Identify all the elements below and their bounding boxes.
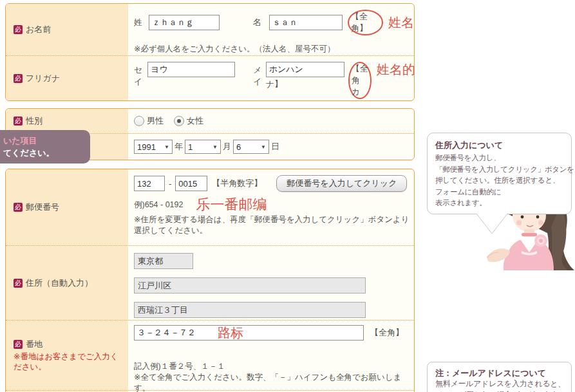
birth-year-value: 1991 (137, 142, 156, 152)
banchi-label-cell: 必 番地 ※番地はお客さまでご入力ください。 (6, 321, 128, 390)
banchi-annotation: 路标 (218, 326, 243, 339)
email-note-box: 注：メールアドレスについて 無料メールアドレスを入力されると、 メールが届かない… (427, 362, 572, 392)
name-label-cell: 必 お名前 (6, 4, 128, 55)
banchi-input[interactable] (134, 325, 364, 341)
help-bubble-line: 郵便番号を入力し、 (435, 153, 563, 164)
kana-mei-input[interactable] (266, 62, 344, 77)
banchi-content-cell: 路标 【全角】 記入例)１番２号、１－１ ※全て全角でご入力ください。数字、「－… (128, 321, 414, 390)
postal-label-cell: 必 郵便番号 (6, 169, 128, 245)
chevron-down-icon: ▼ (212, 144, 218, 150)
year-unit: 年 (174, 141, 183, 153)
month-unit: 月 (223, 141, 231, 153)
emphasis-circle: 【全角カ (348, 62, 372, 99)
birth-day-select[interactable]: 6 ▼ (233, 140, 269, 154)
name-note: ※必ず個人名をご入力ください。（法人名、屋号不可） (134, 44, 414, 55)
help-bubble-line: 「郵便番号を入力してクリック」ボタンを (435, 164, 563, 176)
zip-note: ※住所を変更する場合は、再度「郵便番号を入力してクリック」ボタンより選択してくだ… (134, 214, 415, 236)
email-note-line2: メールが届かない場合がございます。 (435, 389, 563, 392)
mei-input[interactable] (269, 15, 343, 30)
zenkaku-note: 【全角】 (351, 12, 368, 33)
kana-sei-label: セイ (134, 64, 142, 88)
kana-sei-input[interactable] (147, 62, 235, 77)
day-unit: 日 (271, 141, 279, 153)
kana-annotation: 姓名的假名 (377, 63, 415, 76)
help-bubble-line: 表示されます。 (435, 198, 563, 209)
birth-year-select[interactable]: 1991 ▼ (134, 140, 173, 154)
emphasis-circle: 【全角】 (348, 10, 383, 35)
email-note-line1: 無料メールアドレスを入力されると、 (435, 378, 563, 389)
address-row: 必 住所（自動入力） (6, 246, 414, 321)
help-bubble-line: 押してください。住所を選択すると、 (435, 175, 563, 187)
male-label: 男性 (147, 115, 164, 127)
tooltip-line1: いた項目 (3, 135, 84, 147)
zip1-input[interactable] (134, 176, 165, 191)
kana-row: 必 フリガナ セイ メイ ナ】 【全角カ 姓名的假名 (6, 56, 414, 100)
zip-dash: - (169, 179, 171, 189)
kana-content-cell: セイ メイ ナ】 【全角カ 姓名的假名 (128, 56, 415, 100)
town-input[interactable] (134, 302, 366, 318)
banchi-example: 記入例)１番２号、１－１ (134, 361, 414, 372)
required-badge: 必 (14, 203, 23, 212)
radio-female[interactable] (174, 116, 184, 126)
radio-male[interactable] (134, 116, 144, 126)
name-section: 必 お名前 姓 名 【全角】 姓名 ※必ず個人名をご入力ください。（法人名、屋号… (5, 3, 415, 101)
required-badge: 必 (14, 279, 23, 288)
birth-month-value: 1 (188, 142, 193, 152)
banchi-label-note: ※番地はお客さまでご入力ください。 (14, 351, 123, 372)
kana-mei-label: メイ (253, 64, 261, 88)
postal-label: 郵便番号 (26, 201, 59, 213)
zenkaku-kana-note: 【全角カ (352, 64, 368, 97)
name-row: 必 お名前 姓 名 【全角】 姓名 ※必ず個人名をご入力ください。（法人名、屋号… (6, 4, 414, 56)
postal-content-cell: - 【半角数字】 郵便番号を入力してクリック 例)654 - 0192 乐一番邮… (128, 169, 415, 245)
banchi-row: 必 番地 ※番地はお客さまでご入力ください。 路标 【全角】 記入例)１番２号、… (6, 321, 414, 391)
chevron-down-icon: ▼ (164, 144, 169, 150)
postal-row: 必 郵便番号 - 【半角数字】 郵便番号を入力してクリック 例)654 - 01… (6, 169, 414, 246)
sei-input[interactable] (149, 15, 220, 30)
mei-label: 名 (253, 17, 261, 28)
required-badge: 必 (14, 25, 23, 34)
banchi-note: ※全て全角でご入力ください。数字、「－」ハイフンも全角でお願いします。 (134, 372, 414, 392)
sei-label: 姓 (134, 17, 142, 28)
address-content-cell (128, 246, 414, 320)
name-content-cell: 姓 名 【全角】 姓名 ※必ず個人名をご入力ください。（法人名、屋号不可） (128, 4, 414, 55)
zenkaku-kana-wrap: ナ】 (266, 79, 344, 90)
birth-month-select[interactable]: 1 ▼ (185, 140, 221, 154)
banchi-label: 番地 (26, 339, 42, 350)
name-label: お名前 (26, 24, 51, 35)
kana-label-cell: 必 フリガナ (6, 56, 128, 100)
address-section: 必 郵便番号 - 【半角数字】 郵便番号を入力してクリック 例)654 - 01… (5, 169, 415, 392)
birth-content-cell: 1991 ▼ 年 1 ▼ 月 6 ▼ 日 (128, 134, 414, 160)
help-bubble-line: フォームに自動的に (435, 187, 563, 198)
bubble-tail (465, 214, 516, 237)
address-label: 住所（自動入力） (26, 277, 93, 289)
required-badge: 必 (14, 74, 23, 83)
help-bubble-title: 住所入力について (435, 140, 563, 151)
gender-content-cell: 男性 女性 (128, 109, 414, 133)
banchi-zenkaku-note: 【全角】 (370, 327, 404, 339)
address-label-cell: 必 住所（自動入力） (6, 246, 128, 320)
registration-form-page: 必 お名前 姓 名 【全角】 姓名 ※必ず個人名をご入力ください。（法人名、屋号… (0, 0, 575, 392)
address-help-bubble: 住所入力について 郵便番号を入力し、 「郵便番号を入力してクリック」ボタンを 押… (427, 133, 572, 214)
female-label: 女性 (187, 115, 203, 127)
required-badge: 必 (14, 117, 23, 126)
zip2-input[interactable] (175, 176, 207, 191)
email-note-title: 注：メールアドレスについて (435, 368, 563, 378)
city-input[interactable] (134, 277, 366, 294)
birth-day-value: 6 (236, 142, 241, 152)
zip-annotation: 乐一番邮编 (196, 198, 267, 212)
chevron-down-icon: ▼ (261, 144, 266, 150)
hankaku-note: 【半角数字】 (212, 178, 262, 189)
zip-example: 例)654 - 0192 (134, 200, 183, 210)
name-annotation: 姓名 (388, 16, 414, 29)
kana-label: フリガナ (26, 73, 60, 84)
prefecture-input[interactable] (134, 253, 193, 269)
gender-label: 性別 (26, 115, 42, 127)
tooltip-line2: てください。 (3, 147, 84, 159)
required-badge: 必 (14, 340, 23, 349)
zip-lookup-button[interactable]: 郵便番号を入力してクリック (276, 175, 407, 192)
required-fields-tooltip: いた項目 てください。 (0, 130, 90, 163)
